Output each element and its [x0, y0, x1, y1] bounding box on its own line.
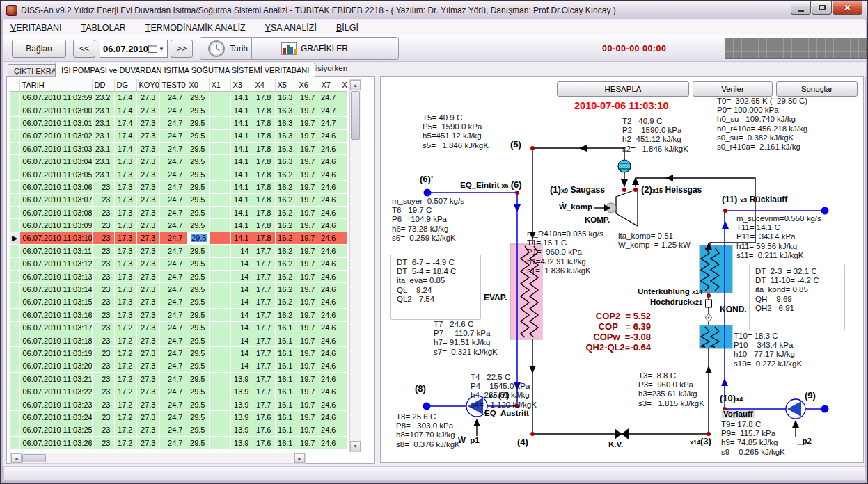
table-cell[interactable] — [209, 91, 230, 104]
table-cell[interactable]: 24.7 — [159, 129, 187, 142]
table-cell[interactable]: 27.3 — [136, 437, 159, 449]
horizontal-scrollbar[interactable]: ◄ ► — [10, 453, 306, 464]
table-cell[interactable]: 24.6 — [319, 181, 340, 193]
table-cell[interactable] — [209, 143, 230, 155]
table-cell[interactable]: 23.1 — [92, 129, 114, 142]
table-cell[interactable]: 16.2 — [275, 309, 297, 321]
table-cell[interactable]: 06.07.2010 11:03:11 — [19, 245, 92, 257]
table-cell[interactable]: 24.7 — [159, 245, 187, 257]
table-cell[interactable]: 17.7 — [253, 245, 275, 257]
table-row[interactable]: 06.07.2010 11:03:0123.117.427.324.729.51… — [10, 117, 347, 129]
table-cell[interactable]: 14 — [230, 245, 253, 257]
table-cell[interactable] — [340, 411, 347, 424]
table-cell[interactable] — [340, 181, 347, 193]
table-cell[interactable]: 14 — [230, 360, 253, 372]
scroll-left-icon[interactable]: ◄ — [11, 453, 22, 463]
table-row[interactable]: 06.07.2010 11:03:162317.327.324.729.5141… — [10, 309, 347, 321]
table-cell[interactable]: 17.3 — [114, 219, 136, 232]
table-cell[interactable]: 27.3 — [136, 91, 159, 104]
table-cell[interactable]: 19.7 — [297, 168, 319, 180]
table-cell[interactable]: 23 — [92, 309, 114, 321]
col-header[interactable]: X6 — [297, 79, 319, 91]
table-cell[interactable]: 19.7 — [297, 437, 319, 449]
table-row[interactable]: ▶06.07.2010 11:03:102317.327.324.729.514… — [10, 232, 347, 244]
table-row[interactable]: 06.07.2010 11:03:172317.227.324.729.5141… — [10, 321, 347, 334]
table-cell[interactable]: 17.2 — [114, 347, 136, 360]
table-cell[interactable]: 13.9 — [230, 398, 253, 410]
row-selector[interactable] — [10, 424, 19, 436]
row-selector[interactable] — [10, 437, 19, 449]
table-cell[interactable]: 14.1 — [230, 91, 253, 104]
table-cell[interactable]: 27.3 — [136, 168, 159, 180]
table-cell[interactable]: 06.07.2010 11:03:00 — [19, 104, 92, 116]
table-cell[interactable] — [209, 283, 230, 296]
table-cell[interactable]: 23 — [92, 373, 114, 385]
table-cell[interactable]: 14.1 — [230, 219, 253, 232]
table-cell[interactable]: 23 — [92, 270, 114, 282]
table-row[interactable]: 06.07.2010 11:03:262317.227.324.729.513.… — [10, 437, 347, 449]
table-cell[interactable] — [209, 296, 230, 308]
table-cell[interactable] — [340, 398, 347, 410]
row-selector[interactable] — [10, 155, 19, 168]
table-cell[interactable]: 06.07.2010 11:03:14 — [19, 283, 92, 296]
table-cell[interactable]: 29.5 — [187, 155, 209, 168]
maximize-button[interactable] — [812, 1, 832, 15]
table-cell[interactable] — [340, 385, 347, 398]
table-cell[interactable]: 29.5 — [187, 91, 209, 104]
table-cell[interactable]: 17.6 — [253, 411, 275, 424]
table-cell[interactable]: 17.7 — [253, 257, 275, 270]
table-cell[interactable]: 27.3 — [136, 143, 159, 155]
table-cell[interactable]: 27.3 — [136, 334, 159, 346]
table-cell[interactable]: 29.5 — [187, 424, 209, 436]
table-cell[interactable]: 14.1 — [230, 181, 253, 193]
table-cell[interactable] — [209, 181, 230, 193]
grafikler-button[interactable]: GRAFİKLER — [251, 37, 399, 60]
table-cell[interactable]: 06.07.2010 11:03:18 — [19, 334, 92, 346]
table-cell[interactable] — [340, 168, 347, 180]
table-cell[interactable]: 17.2 — [114, 398, 136, 410]
table-cell[interactable] — [340, 334, 347, 346]
table-cell[interactable]: 27.3 — [136, 424, 159, 436]
table-cell[interactable]: 29.5 — [187, 257, 209, 270]
col-header[interactable]: X4 — [253, 79, 275, 91]
table-cell[interactable]: 23 — [92, 385, 114, 398]
table-cell[interactable]: 13.9 — [230, 373, 253, 385]
row-selector[interactable] — [10, 296, 19, 308]
table-cell[interactable]: 23 — [92, 283, 114, 296]
col-header[interactable]: X7 — [319, 79, 340, 91]
table-cell[interactable]: 16.1 — [275, 373, 297, 385]
row-selector[interactable] — [10, 283, 19, 296]
table-cell[interactable]: 14.1 — [230, 104, 253, 116]
table-cell[interactable]: 23 — [92, 437, 114, 449]
table-cell[interactable]: 16.2 — [275, 219, 297, 232]
table-cell[interactable]: 17.3 — [114, 309, 136, 321]
scroll-up-icon[interactable]: ▲ — [350, 80, 361, 90]
table-cell[interactable]: 16.1 — [275, 360, 297, 372]
chevron-down-icon[interactable]: ▼ — [159, 46, 164, 52]
table-cell[interactable]: 24.7 — [159, 411, 187, 424]
table-cell[interactable]: 29.5 — [187, 334, 209, 346]
table-cell[interactable] — [209, 347, 230, 360]
table-cell[interactable]: 27.3 — [136, 245, 159, 257]
table-cell[interactable]: 16.3 — [275, 117, 297, 129]
table-cell[interactable]: 14 — [230, 270, 253, 282]
table-cell[interactable] — [209, 334, 230, 346]
table-cell[interactable]: 29.5 — [187, 385, 209, 398]
table-cell[interactable]: 24.7 — [159, 360, 187, 372]
table-cell[interactable]: 17.7 — [253, 309, 275, 321]
table-cell[interactable]: 16.3 — [275, 143, 297, 155]
table-cell[interactable]: 24.7 — [159, 424, 187, 436]
table-cell[interactable]: 29.5 — [187, 360, 209, 372]
table-cell[interactable]: 24.6 — [319, 334, 340, 346]
table-cell[interactable]: 24.6 — [319, 155, 340, 168]
table-cell[interactable]: 19.7 — [297, 347, 319, 360]
table-row[interactable]: 06.07.2010 11:03:222317.227.324.729.513.… — [10, 385, 347, 398]
table-cell[interactable]: 27.3 — [136, 117, 159, 129]
table-cell[interactable]: 29.5 — [187, 398, 209, 410]
table-cell[interactable]: 16.2 — [275, 296, 297, 308]
table-cell[interactable]: 17.2 — [114, 321, 136, 334]
table-cell[interactable]: 24.7 — [159, 334, 187, 346]
table-cell[interactable]: 24.7 — [159, 104, 187, 116]
hscroll-thumb[interactable] — [22, 454, 46, 462]
table-cell[interactable]: 24.6 — [319, 143, 340, 155]
